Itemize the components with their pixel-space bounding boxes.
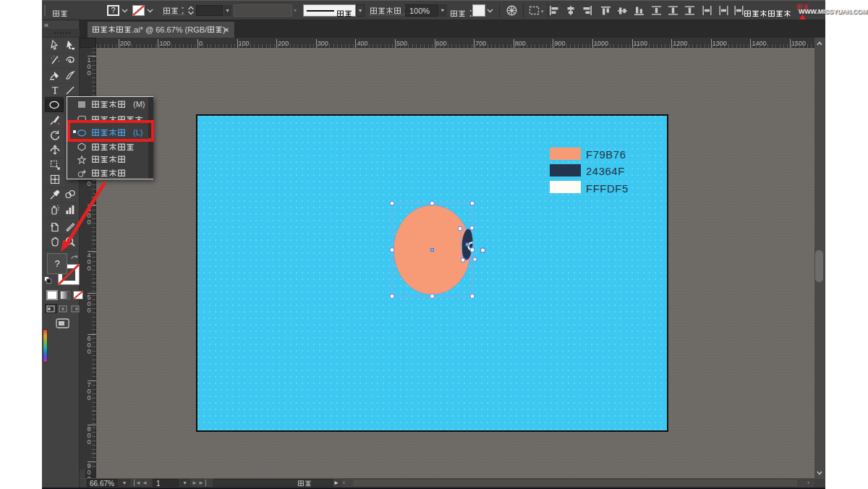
- svg-text:T: T: [52, 85, 59, 96]
